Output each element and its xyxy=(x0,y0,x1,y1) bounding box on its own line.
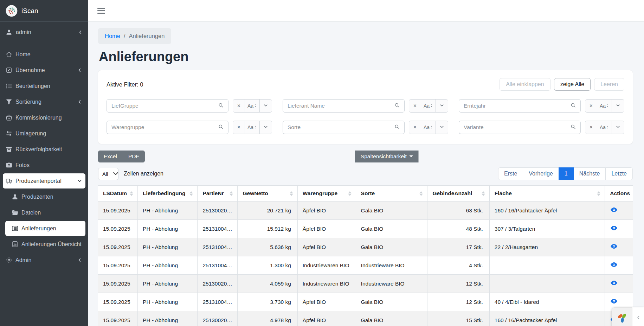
clear-filter-button[interactable]: × xyxy=(585,100,597,112)
widget-collapse-button[interactable] xyxy=(632,307,644,326)
search-button[interactable] xyxy=(390,121,405,134)
clear-filter-button[interactable]: × xyxy=(233,121,245,134)
menu-icon[interactable] xyxy=(97,8,105,14)
export-excel-button[interactable]: Excel xyxy=(98,151,123,162)
archive-icon xyxy=(6,146,12,153)
search-button[interactable] xyxy=(390,99,405,113)
column-visibility-button[interactable]: Spaltensichtbarkeit xyxy=(355,151,419,162)
sidebar-item-admin[interactable]: Admin xyxy=(3,253,85,268)
match-case-button[interactable]: Aa xyxy=(597,100,612,112)
petals-logo-icon[interactable] xyxy=(612,307,632,326)
sidebar-item-sortierung[interactable]: Sortierung xyxy=(3,94,85,109)
match-case-button[interactable]: Aa xyxy=(421,100,436,112)
search-button[interactable] xyxy=(214,121,228,134)
basket-icon xyxy=(6,114,12,121)
user-name: admin xyxy=(16,29,31,36)
sidebar-item-home[interactable]: Home xyxy=(3,47,85,62)
sidebar-item-fotos[interactable]: Fotos xyxy=(3,158,85,173)
column-header-flaeche[interactable]: Fläche xyxy=(489,186,605,202)
lieferant-name-filter-input[interactable] xyxy=(283,99,390,113)
column-header-sorte[interactable]: Sorte xyxy=(356,186,427,202)
filter-options-button[interactable] xyxy=(612,100,624,112)
breadcrumb-home-link[interactable]: Home xyxy=(105,33,120,39)
cell-warengruppe: Industriewaren BIO xyxy=(297,275,356,293)
view-row-button[interactable] xyxy=(610,261,618,269)
column-header-gebindeanzahl[interactable]: GebindeAnzahl xyxy=(427,186,489,202)
sidebar-item-produzentenportal[interactable]: Produzentenportal xyxy=(3,173,85,188)
filter-options-button[interactable] xyxy=(612,121,624,134)
pagination-previous-button[interactable]: Vorherige xyxy=(523,167,559,180)
column-header-lsdatum[interactable]: LSDatum xyxy=(98,186,138,202)
view-row-button[interactable] xyxy=(610,298,618,306)
sidebar: iScan admin HomeÜbernahmeBeurteilungenSo… xyxy=(0,0,88,326)
search-button[interactable] xyxy=(566,121,581,134)
cell-warengruppe: Äpfel BIO xyxy=(297,202,356,220)
search-icon xyxy=(218,103,224,109)
clear-filter-button[interactable]: × xyxy=(409,100,421,112)
cell-lieferbedingung: PH - Abholung xyxy=(138,256,198,275)
search-button[interactable] xyxy=(214,99,228,113)
clear-filter-button[interactable]: × xyxy=(585,121,597,134)
variante-filter-input[interactable] xyxy=(459,121,566,134)
sidebar-item-rueckverfolgbarkeit[interactable]: Rückverfolgbarkeit xyxy=(3,142,85,157)
clear-filter-button[interactable]: × xyxy=(233,100,245,112)
liefgruppe-filter-input[interactable] xyxy=(107,99,214,113)
sidebar-item-produzenten[interactable]: Produzenten xyxy=(5,189,85,204)
column-header-warengruppe[interactable]: Warengruppe xyxy=(297,186,356,202)
sidebar-item-umlagerung[interactable]: Umlagerung xyxy=(3,126,85,141)
sidebar-item-anlieferungen-uebersicht[interactable]: Anlieferungen Übersicht xyxy=(5,237,85,252)
column-header-gewnetto[interactable]: GewNetto xyxy=(238,186,297,202)
sorte-filter-input[interactable] xyxy=(283,121,390,134)
column-header-partienr[interactable]: PartieNr xyxy=(198,186,238,202)
column-header-lieferbedingung[interactable]: Lieferbedingung xyxy=(138,186,198,202)
show-all-button[interactable]: zeige Alle xyxy=(554,78,591,91)
filter-options-button[interactable] xyxy=(260,100,272,112)
pagination-last-button[interactable]: Letzte xyxy=(605,167,633,180)
collapse-all-button[interactable]: Alle einklappen xyxy=(500,78,550,91)
filter-options-button[interactable] xyxy=(260,121,272,134)
cell-sorte: Gala BIO xyxy=(356,311,427,326)
warengruppe-filter-input[interactable] xyxy=(107,121,214,134)
match-case-button[interactable]: Aa xyxy=(597,121,612,134)
chevron-left-icon xyxy=(77,100,82,104)
pagination-first-button[interactable]: Erste xyxy=(498,167,523,180)
view-row-button[interactable] xyxy=(610,243,618,251)
sort-icon xyxy=(227,191,233,196)
cell-warengruppe: Äpfel BIO xyxy=(297,238,356,256)
sidebar-item-anlieferungen[interactable]: Anlieferungen xyxy=(5,221,85,236)
cell-partienr: 2513100487 xyxy=(198,256,238,275)
match-case-button[interactable]: Aa xyxy=(421,121,436,134)
pagination-page-1-button[interactable]: 1 xyxy=(559,167,574,180)
filter-options-button[interactable] xyxy=(436,100,448,112)
view-row-button[interactable] xyxy=(610,280,618,287)
pagination-next-button[interactable]: Nächste xyxy=(573,167,606,180)
clear-filters-button[interactable]: Leeren xyxy=(594,78,624,91)
cell-actions xyxy=(605,220,633,238)
sidebar-item-uebernahme[interactable]: Übernahme xyxy=(3,63,85,78)
pagination: Erste Vorherige 1 Nächste Letzte xyxy=(498,167,633,180)
filter-options-button[interactable] xyxy=(436,121,448,134)
view-row-button[interactable] xyxy=(610,206,618,214)
export-pdf-button[interactable]: PDF xyxy=(123,151,145,162)
sidebar-item-label: Umlagerung xyxy=(15,130,46,137)
cell-gewnetto: 20.721 kg xyxy=(238,202,297,220)
cell-flaeche: 160 / 16/Pachtacker Äpfel xyxy=(489,202,605,220)
rows-per-page-select[interactable]: All xyxy=(98,168,118,180)
clear-filter-button[interactable]: × xyxy=(409,121,421,134)
brand[interactable]: iScan xyxy=(0,0,88,22)
match-case-button[interactable]: Aa xyxy=(245,100,260,112)
export-toolbar: Excel PDF Spaltensichtbarkeit xyxy=(98,150,633,162)
view-row-button[interactable] xyxy=(610,225,618,232)
chevron-down-icon xyxy=(264,124,268,130)
sidebar-item-kommissionierung[interactable]: Kommissionierung xyxy=(3,110,85,125)
search-button[interactable] xyxy=(566,99,581,113)
erntejahr-filter-input[interactable] xyxy=(459,99,566,113)
chevron-left-icon xyxy=(78,30,83,34)
sidebar-item-beurteilungen[interactable]: Beurteilungen xyxy=(3,78,85,94)
sidebar-item-dateien[interactable]: Dateien xyxy=(5,205,85,220)
sidebar-item-label: Fotos xyxy=(15,162,30,168)
match-case-button[interactable]: Aa xyxy=(245,121,260,134)
rows-per-page-label: Zeilen anzeigen xyxy=(124,171,163,177)
cell-gebindeanzahl: 12 Stk. xyxy=(427,293,489,311)
sidebar-item-admin-user[interactable]: admin xyxy=(0,22,88,43)
